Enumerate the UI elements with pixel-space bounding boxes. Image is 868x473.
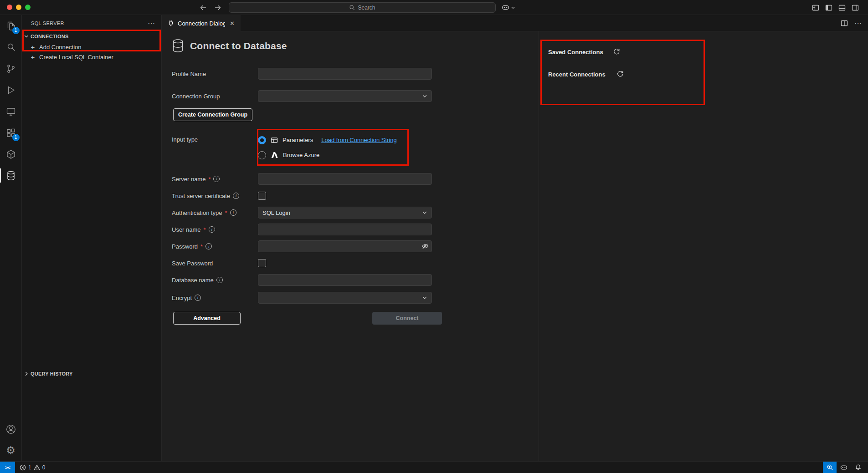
connection-dialog-body: Connect to Database Profile Name Connect… <box>162 31 868 461</box>
remote-icon: >< <box>5 465 10 470</box>
input-type-row: Input type Parameters Load from Connecti… <box>172 132 539 163</box>
trust-server-certificate-checkbox[interactable] <box>258 192 266 200</box>
connections-section-label: CONNECTIONS <box>31 34 68 39</box>
authentication-type-select[interactable]: SQL Login <box>258 207 432 219</box>
sidebar-header: SQL SERVER ⋯ <box>22 15 161 31</box>
create-local-sql-container-label: Create Local SQL Container <box>39 54 113 61</box>
database-name-label: Database name i <box>172 277 258 284</box>
activity-containers[interactable] <box>0 143 22 165</box>
advanced-button[interactable]: Advanced <box>173 312 241 325</box>
history-navigation <box>200 0 221 15</box>
parameters-option-row: Parameters Load from Connection String <box>258 132 397 147</box>
database-name-input[interactable] <box>258 274 432 286</box>
database-name-row: Database name i <box>172 274 539 286</box>
load-from-connection-string-link[interactable]: Load from Connection String <box>321 137 396 143</box>
password-row: Password * i <box>172 240 539 252</box>
close-tab-icon[interactable]: ✕ <box>228 20 236 27</box>
save-password-checkbox[interactable] <box>258 259 266 267</box>
connect-button[interactable]: Connect <box>372 312 442 325</box>
copilot-menu[interactable] <box>502 0 515 15</box>
refresh-saved-connections-icon[interactable] <box>613 48 620 56</box>
remote-indicator[interactable]: >< <box>0 462 15 473</box>
activity-remote-explorer[interactable] <box>0 101 22 122</box>
notifications-status-item[interactable] <box>851 462 865 473</box>
server-name-label: Server name * i <box>172 176 258 183</box>
connections-section-header[interactable]: CONNECTIONS <box>22 31 161 42</box>
user-name-input[interactable] <box>258 224 432 235</box>
toggle-secondary-sidebar-icon[interactable] <box>852 4 859 11</box>
back-arrow-icon[interactable] <box>200 4 207 11</box>
explorer-badge: 1 <box>12 27 20 34</box>
chevron-down-icon <box>511 5 515 10</box>
parameters-radio[interactable] <box>258 136 266 144</box>
activity-settings[interactable]: ⚙ <box>0 440 22 461</box>
info-icon[interactable]: i <box>209 226 215 233</box>
title-bar: Search <box>0 0 868 15</box>
maximize-window-button[interactable] <box>25 5 31 10</box>
profile-name-row: Profile Name <box>172 68 539 80</box>
split-editor-icon[interactable] <box>841 20 848 27</box>
activity-search[interactable] <box>0 36 22 58</box>
problems-status[interactable]: 1 0 <box>20 464 45 471</box>
toggle-panel-icon[interactable] <box>838 4 846 11</box>
close-window-button[interactable] <box>7 5 12 10</box>
activity-extensions[interactable]: 1 <box>0 122 22 143</box>
forward-arrow-icon[interactable] <box>214 4 221 11</box>
sidebar-empty-space <box>22 379 161 461</box>
bell-icon <box>855 464 862 471</box>
zoom-status-item[interactable] <box>823 462 837 473</box>
activity-bar: 1 1 <box>0 15 22 461</box>
database-icon <box>172 39 184 53</box>
saved-connections-title: Saved Connections <box>548 49 603 56</box>
editor-region: Connection Dialog ✕ ⋯ Connect <box>162 15 868 461</box>
browse-azure-radio[interactable] <box>258 151 266 159</box>
save-password-row: Save Password <box>172 257 539 269</box>
profile-name-input[interactable] <box>258 68 432 80</box>
container-cube-icon <box>5 149 16 160</box>
input-type-options: Parameters Load from Connection String B… <box>258 132 397 163</box>
parameters-icon <box>271 137 278 144</box>
search-icon <box>349 5 355 10</box>
source-control-icon <box>5 63 16 74</box>
toggle-password-visibility-icon[interactable] <box>421 243 429 250</box>
activity-run-debug[interactable] <box>0 79 22 101</box>
activity-accounts[interactable] <box>0 418 22 440</box>
query-history-section-header[interactable]: QUERY HISTORY <box>22 368 161 379</box>
info-icon[interactable]: i <box>216 277 223 283</box>
refresh-recent-connections-icon[interactable] <box>616 71 624 78</box>
info-icon[interactable]: i <box>213 176 220 182</box>
authentication-type-row: Authentication type * i SQL Login <box>172 207 539 219</box>
activity-explorer[interactable]: 1 <box>0 15 22 36</box>
copilot-status-item[interactable] <box>837 462 851 473</box>
more-actions-icon[interactable]: ⋯ <box>854 19 862 27</box>
info-icon[interactable]: i <box>195 295 201 301</box>
create-local-sql-container-item[interactable]: + Create Local SQL Container <box>22 52 161 62</box>
activity-sql-server[interactable] <box>0 165 22 186</box>
encrypt-select[interactable] <box>258 292 432 304</box>
command-center-search[interactable]: Search <box>229 2 496 13</box>
parameters-option-label: Parameters <box>282 137 313 143</box>
connection-group-select[interactable] <box>258 90 432 102</box>
create-connection-group-button[interactable]: Create Connection Group <box>173 108 252 121</box>
tab-connection-dialog[interactable]: Connection Dialog ✕ <box>162 15 241 31</box>
info-icon[interactable]: i <box>233 193 239 199</box>
profile-name-label: Profile Name <box>172 71 258 77</box>
server-name-input[interactable] <box>258 173 432 185</box>
activity-source-control[interactable] <box>0 58 22 79</box>
info-icon[interactable]: i <box>230 209 236 216</box>
user-name-row: User name * i <box>172 224 539 235</box>
authentication-type-label: Authentication type * i <box>172 209 258 216</box>
info-icon[interactable]: i <box>205 243 212 249</box>
minimize-window-button[interactable] <box>16 5 21 10</box>
customize-layout-icon[interactable] <box>812 4 819 11</box>
browse-azure-option-label: Browse Azure <box>283 152 319 158</box>
required-marker: * <box>208 176 211 183</box>
trust-server-certificate-label: Trust server certificate i <box>172 193 258 199</box>
password-input[interactable] <box>258 240 432 252</box>
toggle-primary-sidebar-icon[interactable] <box>825 4 832 11</box>
connection-form: Connect to Database Profile Name Connect… <box>162 31 539 461</box>
more-actions-icon[interactable]: ⋯ <box>148 21 155 25</box>
add-connection-item[interactable]: + Add Connection <box>22 42 161 52</box>
plus-icon: + <box>30 44 36 51</box>
browse-azure-option-row: Browse Azure <box>258 147 397 163</box>
